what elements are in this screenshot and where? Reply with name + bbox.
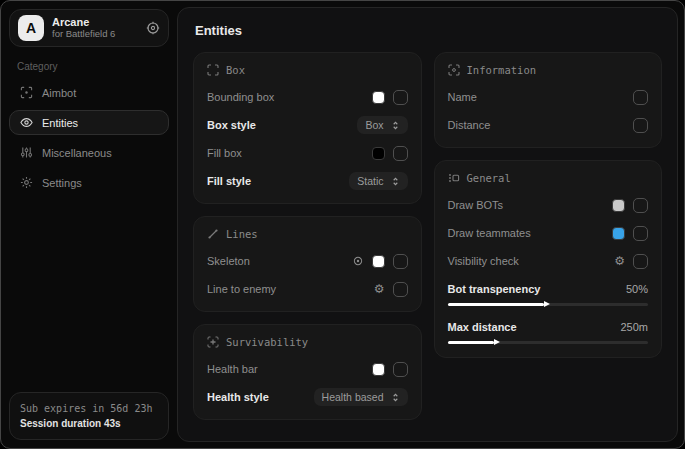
unfold-icon xyxy=(391,393,400,402)
target-icon[interactable] xyxy=(352,255,364,267)
dropdown-value: Box xyxy=(365,119,383,131)
setting-row-health-bar: Health bar xyxy=(207,358,408,380)
bounding-box-color-swatch[interactable] xyxy=(372,91,385,104)
draw-teammates-checkbox[interactable] xyxy=(633,226,648,241)
setting-label: Distance xyxy=(448,119,491,131)
slider-value: 50% xyxy=(626,283,648,295)
line-icon xyxy=(207,228,219,240)
distance-checkbox[interactable] xyxy=(633,118,648,133)
setting-label: Max distance xyxy=(448,321,517,333)
sidebar-item-label: Entities xyxy=(42,117,78,129)
sidebar-item-settings[interactable]: Settings xyxy=(9,170,169,195)
brand-card: A Arcane for Battlefield 6 xyxy=(9,9,169,47)
draw-teammates-color-swatch[interactable] xyxy=(612,227,625,240)
survivability-card: Survivability Health bar Health style He… xyxy=(193,324,422,420)
fill-style-dropdown[interactable]: Static xyxy=(349,172,407,190)
information-card-header: Information xyxy=(448,64,649,76)
setting-row-draw-bots: Draw BOTs xyxy=(448,194,649,216)
information-card: Information Name Distance xyxy=(434,52,663,148)
sidebar-nav: Aimbot Entities Miscellaneous Settings xyxy=(9,80,169,195)
settings-columns: Box Bounding box Box style Box xyxy=(193,52,662,420)
slider-fill xyxy=(448,341,494,344)
line-to-enemy-checkbox[interactable] xyxy=(393,282,408,297)
sidebar-item-aimbot[interactable]: Aimbot xyxy=(9,80,169,105)
setting-row-visibility-check: Visibility check ⚙ xyxy=(448,250,649,272)
skeleton-color-swatch[interactable] xyxy=(372,255,385,268)
subscription-status-card: Sub expires in 56d 23h Session duration … xyxy=(9,392,169,440)
card-title: Box xyxy=(226,64,245,76)
max-distance-slider[interactable] xyxy=(448,338,649,346)
crosshair-icon xyxy=(19,86,33,99)
page-title: Entities xyxy=(195,23,662,38)
unfold-icon xyxy=(391,177,400,186)
gear-icon[interactable]: ⚙ xyxy=(614,255,625,267)
sidebar-item-label: Settings xyxy=(42,177,82,189)
setting-label: Draw BOTs xyxy=(448,199,504,211)
sidebar-item-entities[interactable]: Entities xyxy=(9,110,169,135)
setting-label: Bounding box xyxy=(207,91,274,103)
skeleton-checkbox[interactable] xyxy=(393,254,408,269)
dropdown-value: Health based xyxy=(322,391,384,403)
sidebar: A Arcane for Battlefield 6 Category Aimb… xyxy=(1,1,177,448)
setting-row-line-to-enemy: Line to enemy ⚙ xyxy=(207,278,408,300)
fill-box-checkbox[interactable] xyxy=(393,146,408,161)
draw-bots-checkbox[interactable] xyxy=(633,198,648,213)
sliders-icon xyxy=(19,146,33,159)
setting-label: Skeleton xyxy=(207,255,250,267)
app-logo: A xyxy=(18,15,44,41)
setting-row-box-style: Box style Box xyxy=(207,114,408,136)
max-distance-setting: Max distance 250m xyxy=(448,318,649,346)
gear-icon[interactable]: ⚙ xyxy=(374,283,385,295)
visibility-check-checkbox[interactable] xyxy=(633,254,648,269)
app-name: Arcane xyxy=(52,16,138,29)
setting-row-fill-style: Fill style Static xyxy=(207,170,408,192)
setting-label: Box style xyxy=(207,119,256,131)
setting-label: Fill box xyxy=(207,147,242,159)
box-card-header: Box xyxy=(207,64,408,76)
bounding-box-checkbox[interactable] xyxy=(393,90,408,105)
setting-label: Fill style xyxy=(207,175,251,187)
setting-row-bounding-box: Bounding box xyxy=(207,86,408,108)
card-title: General xyxy=(467,172,511,184)
dropdown-value: Static xyxy=(357,175,383,187)
setting-label: Health bar xyxy=(207,363,258,375)
right-column: Information Name Distance xyxy=(434,52,663,358)
app-window: A Arcane for Battlefield 6 Category Aimb… xyxy=(0,0,685,449)
lines-card: Lines Skeleton Line to enemy xyxy=(193,216,422,312)
setting-label: Visibility check xyxy=(448,255,519,267)
box-card: Box Bounding box Box style Box xyxy=(193,52,422,204)
setting-row-distance: Distance xyxy=(448,114,649,136)
app-subtitle: for Battlefield 6 xyxy=(52,29,138,40)
setting-label: Bot transpenency xyxy=(448,283,541,295)
crosshair-icon[interactable] xyxy=(146,21,160,35)
health-bar-color-swatch[interactable] xyxy=(372,363,385,376)
setting-row-fill-box: Fill box xyxy=(207,142,408,164)
card-title: Information xyxy=(467,64,537,76)
gear-icon xyxy=(19,176,33,189)
slider-fill xyxy=(448,303,544,306)
sidebar-item-miscellaneous[interactable]: Miscellaneous xyxy=(9,140,169,165)
bot-transparency-setting: Bot transpenency 50% xyxy=(448,280,649,308)
health-style-dropdown[interactable]: Health based xyxy=(314,388,408,406)
setting-label: Health style xyxy=(207,391,269,403)
health-bar-checkbox[interactable] xyxy=(393,362,408,377)
draw-bots-color-swatch[interactable] xyxy=(612,199,625,212)
health-icon xyxy=(207,336,219,348)
grid-icon xyxy=(448,172,460,184)
sidebar-item-label: Miscellaneous xyxy=(42,147,112,159)
setting-row-health-style: Health style Health based xyxy=(207,386,408,408)
setting-row-name: Name xyxy=(448,86,649,108)
bot-transparency-slider[interactable] xyxy=(448,300,649,308)
box-style-dropdown[interactable]: Box xyxy=(357,116,407,134)
lines-card-header: Lines xyxy=(207,228,408,240)
viewfinder-icon xyxy=(207,64,219,76)
slider-value: 250m xyxy=(620,321,648,333)
scan-icon xyxy=(448,64,460,76)
fill-box-color-swatch[interactable] xyxy=(372,147,385,160)
eye-icon xyxy=(19,116,33,129)
unfold-icon xyxy=(391,121,400,130)
name-checkbox[interactable] xyxy=(633,90,648,105)
card-title: Survivability xyxy=(226,336,308,348)
category-label: Category xyxy=(17,61,169,72)
setting-label: Line to enemy xyxy=(207,283,276,295)
